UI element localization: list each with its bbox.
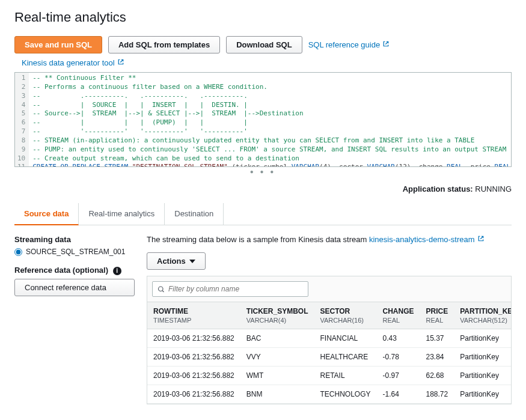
stream-description: The streaming data below is a sample fro…: [147, 235, 512, 244]
cell-rowtime: 2019-03-06 21:32:56.882: [147, 385, 240, 404]
tab-destination[interactable]: Destination: [165, 203, 224, 225]
kinesis-generator-link[interactable]: Kinesis data generator tool: [22, 58, 124, 67]
cell-change: -0.97: [377, 367, 420, 385]
filter-input[interactable]: [168, 285, 303, 293]
demo-stream-link[interactable]: kinesis-analytics-demo-stream: [369, 235, 485, 244]
table-row[interactable]: 2019-03-06 21:32:56.882BACFINANCIAL0.431…: [147, 329, 512, 348]
cell-rowtime: 2019-03-06 21:32:56.882: [147, 329, 240, 348]
external-link-icon: [117, 58, 124, 67]
cell-price: 62.68: [420, 367, 454, 385]
cell-price: 188.72: [420, 385, 454, 404]
reference-data-label: Reference data (optional) i: [14, 266, 135, 275]
cell-rowtime: 2019-03-06 21:32:56.882: [147, 367, 240, 385]
info-icon[interactable]: i: [113, 267, 121, 275]
cell-change: -1.64: [377, 385, 420, 404]
code-area[interactable]: -- ** Continuous Filter **-- Performs a …: [29, 73, 511, 166]
table-row[interactable]: 2019-03-06 21:32:56.882BNMTECHNOLOGY-1.6…: [147, 385, 512, 404]
status-label: Application status:: [403, 184, 473, 193]
cell-pkey: PartitionKey: [454, 329, 512, 348]
cell-price: 15.37: [420, 329, 454, 348]
sql-reference-label: SQL reference guide: [308, 40, 380, 49]
source-stream-radio-input[interactable]: [14, 248, 22, 256]
source-stream-name: SOURCE_SQL_STREAM_001: [26, 248, 125, 256]
cell-ticker: VVY: [240, 348, 314, 367]
caret-down-icon: [189, 260, 195, 263]
table-row[interactable]: 2019-03-06 21:32:56.882VVYHEALTHCARE-0.7…: [147, 348, 512, 367]
toolbar: Save and run SQL Add SQL from templates …: [14, 36, 512, 53]
add-sql-templates-button[interactable]: Add SQL from templates: [108, 36, 220, 53]
data-table: ROWTIMETIMESTAMPTICKER_SYMBOLVARCHAR(4)S…: [147, 302, 512, 404]
resize-handle-icon[interactable]: ● ● ●: [14, 167, 512, 178]
cell-sector: FINANCIAL: [314, 329, 376, 348]
cell-pkey: PartitionKey: [454, 385, 512, 404]
cell-change: 0.43: [377, 329, 420, 348]
cell-price: 23.84: [420, 348, 454, 367]
save-run-sql-button[interactable]: Save and run SQL: [14, 36, 102, 53]
tab-analytics[interactable]: Real-time analytics: [79, 203, 165, 225]
download-sql-button[interactable]: Download SQL: [226, 36, 302, 53]
tab-bar: Source dataReal-time analyticsDestinatio…: [14, 203, 512, 225]
cell-change: -0.78: [377, 348, 420, 367]
col-change[interactable]: CHANGEREAL: [377, 302, 420, 329]
filter-input-wrap[interactable]: [152, 281, 308, 297]
col-ticker_symbol[interactable]: TICKER_SYMBOLVARCHAR(4): [240, 302, 314, 329]
col-partition_key[interactable]: PARTITION_KEYVARCHAR(512): [454, 302, 512, 329]
table-row[interactable]: 2019-03-06 21:32:56.882WMTRETAIL-0.9762.…: [147, 367, 512, 385]
source-stream-radio[interactable]: SOURCE_SQL_STREAM_001: [14, 248, 135, 256]
cell-pkey: PartitionKey: [454, 367, 512, 385]
col-sector[interactable]: SECTORVARCHAR(16): [314, 302, 376, 329]
cell-sector: TECHNOLOGY: [314, 385, 376, 404]
actions-label: Actions: [157, 257, 186, 266]
col-rowtime[interactable]: ROWTIMETIMESTAMP: [147, 302, 240, 329]
col-price[interactable]: PRICEREAL: [420, 302, 454, 329]
line-gutter: 12345678910111213: [15, 73, 29, 166]
page-title: Real-time analytics: [14, 10, 512, 25]
external-link-icon: [477, 235, 485, 244]
streaming-data-label: Streaming data: [14, 235, 135, 244]
sidebar: Streaming data SOURCE_SQL_STREAM_001 Ref…: [14, 235, 135, 404]
cell-sector: HEALTHCARE: [314, 348, 376, 367]
search-icon: [157, 285, 165, 293]
tab-source[interactable]: Source data: [14, 203, 79, 225]
cell-pkey: PartitionKey: [454, 348, 512, 367]
main-panel: The streaming data below is a sample fro…: [147, 235, 512, 404]
actions-dropdown[interactable]: Actions: [147, 252, 206, 270]
cell-rowtime: 2019-03-06 21:32:56.882: [147, 348, 240, 367]
status-value: RUNNING: [475, 184, 512, 193]
application-status: Application status: RUNNING: [14, 184, 512, 193]
sql-editor[interactable]: 12345678910111213 -- ** Continuous Filte…: [14, 72, 512, 167]
cell-ticker: BAC: [240, 329, 314, 348]
cell-ticker: WMT: [240, 367, 314, 385]
cell-ticker: BNM: [240, 385, 314, 404]
cell-sector: RETAIL: [314, 367, 376, 385]
sql-reference-link[interactable]: SQL reference guide: [308, 40, 390, 49]
svg-point-0: [159, 286, 164, 291]
external-link-icon: [382, 40, 390, 49]
kinesis-generator-label: Kinesis data generator tool: [22, 58, 115, 67]
connect-reference-data-button[interactable]: Connect reference data: [14, 279, 135, 296]
data-table-wrap: ROWTIMETIMESTAMPTICKER_SYMBOLVARCHAR(4)S…: [147, 276, 512, 404]
